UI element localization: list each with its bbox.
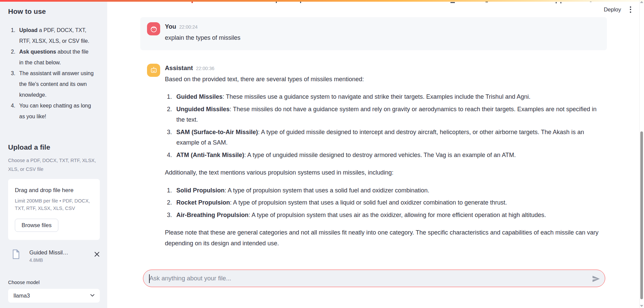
model-select-value: llama3 <box>13 292 89 299</box>
text-fragment <box>560 2 561 3</box>
scrollbar-thumb[interactable] <box>640 131 643 299</box>
message-body: explain the types of missiles <box>165 33 600 43</box>
chevron-down-icon <box>89 292 96 300</box>
file-document-icon <box>12 249 20 260</box>
assistant-intro: Based on the provided text, there are se… <box>165 74 600 85</box>
main-area: Deploy You 22:00:24 explai <box>107 0 644 308</box>
vertical-scrollbar <box>639 0 644 308</box>
user-chat-message: You 22:00:24 explain the types of missil… <box>140 17 607 50</box>
upload-a-file-title: Upload a file <box>8 143 99 151</box>
browse-files-button[interactable]: Browse files <box>15 219 58 232</box>
file-dropzone[interactable]: Drag and drop file here Limit 200MB per … <box>8 179 100 240</box>
text-caret <box>149 274 150 283</box>
deploy-button[interactable]: Deploy <box>604 5 621 14</box>
app-header-actions: Deploy <box>604 5 633 14</box>
uploaded-file-size: 4.8MB <box>29 257 68 264</box>
user-message-text: explain the types of missiles <box>165 33 600 43</box>
message-author: You <box>165 23 176 31</box>
message-timestamp: 22:00:36 <box>196 66 214 71</box>
chat-input-container <box>143 270 605 287</box>
list-item: SAM (Surface-to-Air Missile): A type of … <box>174 127 600 148</box>
how-to-use-title: How to use <box>8 7 99 16</box>
assistant-robot-avatar-icon <box>147 64 160 77</box>
message-timestamp: 22:00:24 <box>179 24 198 30</box>
how-to-use-step: You can keep chatting as long as you lik… <box>17 100 94 122</box>
decoration-bar <box>0 0 644 2</box>
how-to-use-step: Ask questions about the file in the chat… <box>17 47 94 68</box>
chat-column: You 22:00:24 explain the types of missil… <box>140 0 607 249</box>
user-avatar-icon <box>147 22 160 35</box>
scrollbar-up-arrow-icon[interactable] <box>640 1 643 3</box>
dropzone-limit-text: Limit 200MB per file • PDF, DOCX, TXT, R… <box>15 197 93 212</box>
text-fragment <box>276 2 277 3</box>
message-body: Based on the provided text, there are se… <box>165 74 600 249</box>
chat-input[interactable] <box>143 270 605 287</box>
uploader-caption: Choose a PDF, DOCX, TXT, RTF, XLSX, XLS,… <box>8 156 98 174</box>
text-fragment <box>300 2 301 3</box>
list-item: Guided Missiles: These missiles use a gu… <box>174 92 600 102</box>
kebab-menu-icon[interactable] <box>628 5 633 14</box>
message-author: Assistant <box>165 64 193 72</box>
dropzone-title: Drag and drop file here <box>15 186 93 194</box>
user-message-content: You 22:00:24 explain the types of missil… <box>165 22 600 43</box>
text-fragment <box>450 2 455 3</box>
text-fragment <box>556 2 557 3</box>
message-header: You 22:00:24 <box>165 22 600 31</box>
assistant-additional: Additionally, the text mentions various … <box>165 167 600 178</box>
model-select[interactable]: llama3 <box>8 289 100 303</box>
assistant-message-content: Assistant 22:00:36 Based on the provided… <box>165 64 600 249</box>
assistant-outro: Please note that these are general categ… <box>165 227 600 249</box>
assistant-chat-message: Assistant 22:00:36 Based on the provided… <box>140 64 607 249</box>
list-item: Unguided Missiles: These missiles do not… <box>174 104 600 125</box>
list-item: ATM (Anti-Tank Missile): A type of ungui… <box>174 150 600 161</box>
scrollbar-down-arrow-icon[interactable] <box>640 305 643 307</box>
how-to-use-step: The assistant will answer using the file… <box>17 68 94 100</box>
sidebar: How to use Upload a PDF, DOCX, TXT, RTF,… <box>0 0 107 308</box>
choose-model-label: Choose model <box>8 279 99 286</box>
uploaded-file-name: Guided Missil… <box>29 249 68 256</box>
list-item: Air-Breathing Propulsion: A type of prop… <box>174 210 600 221</box>
uploaded-file-row: Guided Missil… 4.8MB <box>8 249 100 264</box>
send-message-icon[interactable] <box>591 274 601 283</box>
list-item: Solid Propulsion: A type of propulsion s… <box>174 185 600 196</box>
how-to-use-step: Upload a PDF, DOCX, TXT, RTF, XLSX, XLS,… <box>17 25 94 47</box>
remove-file-button[interactable] <box>94 251 100 258</box>
uploaded-file-meta: Guided Missil… 4.8MB <box>29 249 68 264</box>
propulsion-types-list: Solid Propulsion: A type of propulsion s… <box>165 185 600 221</box>
missile-types-list: Guided Missiles: These missiles use a gu… <box>165 92 600 160</box>
list-item: Rocket Propulsion: A type of propulsion … <box>174 197 600 208</box>
message-header: Assistant 22:00:36 <box>165 64 600 72</box>
how-to-use-steps: Upload a PDF, DOCX, TXT, RTF, XLSX, XLS,… <box>8 25 94 122</box>
